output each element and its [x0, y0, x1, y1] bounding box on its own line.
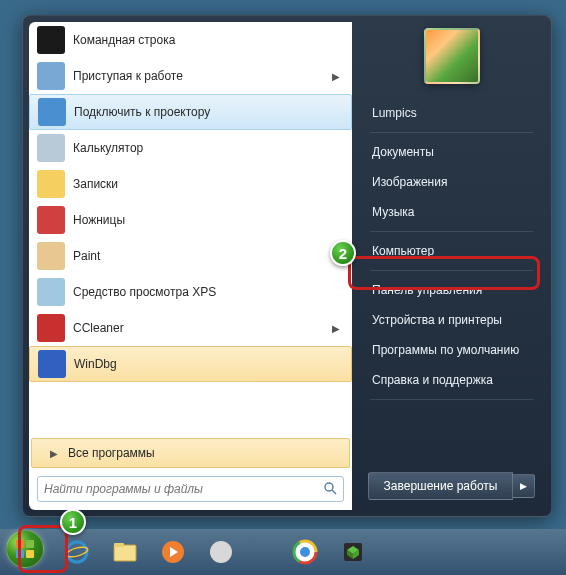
svg-point-12 [210, 541, 232, 563]
svg-rect-2 [16, 540, 24, 548]
windbg-icon [38, 350, 66, 378]
program-label: Записки [73, 177, 344, 191]
start-menu: Командная строкаПриступая к работе▶Подкл… [22, 15, 552, 517]
ccleaner-icon [37, 314, 65, 342]
taskbar-ie-icon[interactable] [56, 534, 98, 570]
right-menu-item-7[interactable]: Программы по умолчанию [362, 335, 541, 365]
program-item-ccleaner[interactable]: CCleaner▶ [29, 310, 352, 346]
sticky-notes-icon [37, 170, 65, 198]
taskbar-app-icon[interactable] [200, 534, 242, 570]
separator [370, 399, 533, 400]
taskbar-explorer-icon[interactable] [104, 534, 146, 570]
svg-rect-8 [114, 545, 136, 561]
cmd-icon [37, 26, 65, 54]
right-menu-item-8[interactable]: Справка и поддержка [362, 365, 541, 395]
svg-rect-5 [26, 550, 34, 558]
program-label: Подключить к проектору [74, 105, 343, 119]
right-menu-item-0[interactable]: Lumpics [362, 98, 541, 128]
search-box[interactable] [37, 476, 344, 502]
right-menu-item-6[interactable]: Устройства и принтеры [362, 305, 541, 335]
right-menu-item-3[interactable]: Музыка [362, 197, 541, 227]
start-menu-right-panel: LumpicsДокументыИзображенияМузыкаКомпьют… [352, 16, 551, 516]
svg-point-17 [300, 547, 310, 557]
right-menu-item-5[interactable]: Панель управления [362, 275, 541, 305]
program-item-projector[interactable]: Подключить к проектору [29, 94, 352, 130]
program-item-calculator[interactable]: Калькулятор [29, 130, 352, 166]
shutdown-button[interactable]: Завершение работы [368, 472, 513, 500]
program-item-paint[interactable]: Paint [29, 238, 352, 274]
projector-icon [38, 98, 66, 126]
program-list: Командная строкаПриступая к работе▶Подкл… [29, 22, 352, 436]
submenu-arrow-icon: ▶ [332, 323, 340, 334]
svg-rect-4 [16, 550, 24, 558]
program-item-windbg[interactable]: WinDbg [29, 346, 352, 382]
program-item-cmd[interactable]: Командная строка [29, 22, 352, 58]
user-picture[interactable] [424, 28, 480, 84]
calculator-icon [37, 134, 65, 162]
arrow-right-icon: ▶ [50, 448, 58, 459]
program-label: Калькулятор [73, 141, 344, 155]
svg-rect-9 [114, 543, 124, 547]
start-menu-left-panel: Командная строкаПриступая к работе▶Подкл… [29, 22, 352, 510]
start-button[interactable] [6, 530, 50, 574]
program-label: Средство просмотра XPS [73, 285, 344, 299]
shutdown-row: Завершение работы ▶ [362, 472, 541, 504]
taskbar-chrome-icon[interactable] [284, 534, 326, 570]
badge-1: 1 [60, 509, 86, 535]
program-item-xps[interactable]: Средство просмотра XPS [29, 274, 352, 310]
snipping-icon [37, 206, 65, 234]
svg-rect-3 [26, 540, 34, 548]
program-item-snipping[interactable]: Ножницы [29, 202, 352, 238]
taskbar-cube-icon[interactable] [332, 534, 374, 570]
shutdown-options-arrow[interactable]: ▶ [513, 474, 535, 498]
program-label: Paint [73, 249, 344, 263]
program-label: WinDbg [74, 357, 343, 371]
program-label: Ножницы [73, 213, 344, 227]
program-label: Командная строка [73, 33, 344, 47]
search-input[interactable] [44, 482, 323, 496]
all-programs-label: Все программы [68, 446, 341, 460]
right-menu-item-4[interactable]: Компьютер [362, 236, 541, 266]
right-menu-item-1[interactable]: Документы [362, 137, 541, 167]
getting-started-icon [37, 62, 65, 90]
search-icon [323, 481, 337, 498]
taskbar [0, 529, 566, 575]
svg-line-1 [332, 490, 336, 494]
svg-point-6 [67, 542, 87, 562]
taskbar-mediaplayer-icon[interactable] [152, 534, 194, 570]
windows-logo-icon [6, 530, 44, 568]
all-programs[interactable]: ▶ Все программы [31, 438, 350, 468]
paint-icon [37, 242, 65, 270]
program-item-sticky-notes[interactable]: Записки [29, 166, 352, 202]
program-label: Приступая к работе [73, 69, 332, 83]
separator [370, 132, 533, 133]
right-menu-item-2[interactable]: Изображения [362, 167, 541, 197]
xps-icon [37, 278, 65, 306]
badge-2: 2 [330, 240, 356, 266]
program-label: CCleaner [73, 321, 332, 335]
svg-point-0 [325, 483, 333, 491]
program-item-getting-started[interactable]: Приступая к работе▶ [29, 58, 352, 94]
separator [370, 231, 533, 232]
separator [370, 270, 533, 271]
submenu-arrow-icon: ▶ [332, 71, 340, 82]
